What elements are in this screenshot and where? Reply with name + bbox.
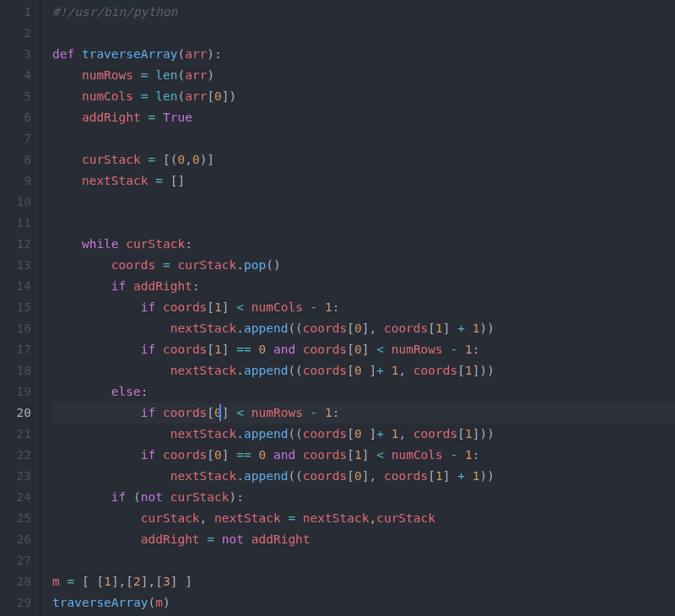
code-token: [52, 469, 170, 483]
code-token: -: [310, 406, 325, 419]
code-token: <: [236, 300, 251, 314]
code-token: curStack: [126, 237, 185, 251]
code-token: =: [148, 153, 163, 166]
code-token: addRight: [82, 111, 148, 124]
code-line[interactable]: if coords[0] == 0 and coords[1] < numCol…: [52, 445, 675, 466]
line-number: 19: [0, 381, 31, 403]
code-token: ]: [222, 300, 236, 314]
code-line[interactable]: if addRight:: [52, 276, 675, 297]
line-number: 1: [0, 2, 31, 23]
code-token: [52, 490, 111, 504]
code-token: ],[: [111, 575, 133, 588]
code-token: len: [155, 68, 177, 82]
code-line[interactable]: [52, 23, 675, 44]
code-token: append: [244, 364, 288, 377]
code-line[interactable]: [52, 128, 675, 149]
code-token: ):: [207, 47, 221, 61]
code-token: [: [347, 322, 354, 335]
code-token: [: [347, 343, 354, 356]
code-token: [52, 532, 141, 546]
code-token: 1: [214, 343, 222, 356]
code-line[interactable]: while curStack:: [52, 234, 675, 255]
code-token: <: [376, 343, 391, 356]
code-token: len: [155, 89, 177, 103]
code-token: [52, 406, 141, 419]
code-line[interactable]: nextStack.append((coords[0], coords[1] +…: [52, 466, 675, 487]
code-token: [: [207, 89, 214, 103]
code-token: [(: [163, 153, 177, 166]
code-area[interactable]: #!/usr/bin/pythondef traverseArray(arr):…: [40, 0, 675, 616]
code-token: nextStack: [170, 322, 237, 335]
code-token: coords: [303, 469, 347, 483]
code-line[interactable]: [52, 192, 675, 213]
code-editor[interactable]: 1234567891011121314151617181920212223242…: [0, 0, 675, 616]
code-token: [: [347, 448, 354, 462]
code-token: ,: [185, 153, 192, 166]
code-token: numCols: [392, 448, 451, 462]
code-token: =: [141, 68, 155, 82]
code-token: .: [236, 469, 244, 483]
code-token: [: [428, 322, 435, 335]
code-line[interactable]: numRows = len(arr): [52, 65, 675, 86]
code-line[interactable]: if coords[0] < numRows - 1:: [52, 403, 675, 424]
code-token: nextStack: [214, 511, 288, 525]
code-token: nextStack: [170, 364, 237, 377]
code-token: ,: [200, 511, 214, 525]
code-token: :: [332, 406, 340, 419]
code-line[interactable]: [52, 550, 675, 571]
code-token: [52, 237, 82, 251]
code-token: if: [141, 448, 163, 462]
code-token: 0: [354, 343, 362, 356]
code-line[interactable]: nextStack.append((coords[0 ]+ 1, coords[…: [52, 424, 675, 445]
code-token: =: [155, 174, 170, 187]
code-token: [52, 68, 82, 82]
code-token: curStack: [177, 258, 236, 272]
code-line[interactable]: traverseArray(m): [52, 592, 675, 613]
code-token: ((: [288, 322, 302, 335]
code-token: ]: [362, 427, 376, 440]
code-token: )]: [200, 153, 214, 166]
code-line[interactable]: nextStack = []: [52, 170, 675, 192]
code-line[interactable]: numCols = len(arr[0]): [52, 86, 675, 107]
code-line[interactable]: #!/usr/bin/python: [52, 2, 675, 23]
code-token: (: [148, 596, 156, 609]
line-number: 13: [0, 255, 31, 276]
code-line[interactable]: else:: [52, 381, 675, 403]
code-line[interactable]: addRight = not addRight: [52, 529, 675, 550]
code-token: -: [451, 343, 465, 356]
code-token: numRows: [251, 406, 310, 419]
code-token: [: [207, 406, 214, 419]
code-token: arr: [185, 47, 207, 61]
code-token: curStack: [141, 511, 200, 525]
code-line[interactable]: coords = curStack.pop(): [52, 255, 675, 276]
code-line[interactable]: [52, 213, 675, 234]
code-token: append: [244, 427, 288, 440]
code-line[interactable]: if (not curStack):: [52, 487, 675, 508]
line-number: 18: [0, 360, 31, 381]
code-token: )): [479, 469, 494, 483]
code-token: ]: [222, 448, 236, 462]
code-line[interactable]: nextStack.append((coords[0], coords[1] +…: [52, 318, 675, 339]
code-token: 0: [177, 153, 185, 166]
code-line[interactable]: addRight = True: [52, 107, 675, 128]
code-token: 0: [354, 364, 362, 377]
text-cursor: [219, 404, 221, 421]
code-line[interactable]: if coords[1] < numCols - 1:: [52, 297, 675, 318]
code-token: append: [244, 322, 288, 335]
code-line[interactable]: nextStack.append((coords[0 ]+ 1, coords[…: [52, 360, 675, 381]
code-token: [52, 427, 170, 440]
code-token: ((: [288, 364, 302, 377]
line-number: 20: [0, 403, 31, 424]
code-token: (: [133, 490, 141, 504]
line-number: 7: [0, 128, 31, 149]
code-line[interactable]: m = [ [1],[2],[3] ]: [52, 571, 675, 592]
line-number: 28: [0, 571, 31, 592]
code-line[interactable]: def traverseArray(arr):: [52, 44, 675, 65]
code-line[interactable]: curStack, nextStack = nextStack,curStack: [52, 508, 675, 529]
line-number: 14: [0, 276, 31, 297]
code-token: curStack: [82, 153, 148, 166]
code-line[interactable]: if coords[1] == 0 and coords[0] < numRow…: [52, 339, 675, 360]
line-number: 2: [0, 23, 31, 44]
code-token: coords: [384, 469, 428, 483]
code-line[interactable]: curStack = [(0,0)]: [52, 149, 675, 170]
